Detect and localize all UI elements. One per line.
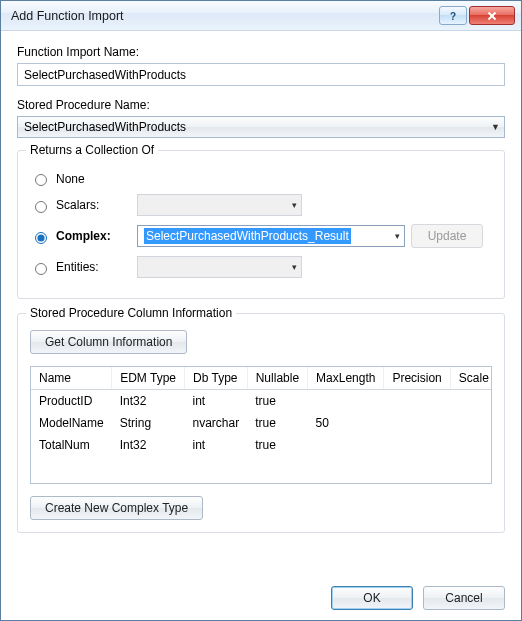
chevron-down-icon: ▾ bbox=[292, 262, 297, 272]
radio-scalars[interactable] bbox=[35, 201, 47, 213]
entities-combo[interactable]: ▾ bbox=[137, 256, 302, 278]
help-icon: ? bbox=[447, 10, 459, 22]
function-import-name-label: Function Import Name: bbox=[17, 45, 505, 59]
chevron-down-icon: ▼ bbox=[491, 122, 500, 132]
cell-precision bbox=[384, 390, 450, 413]
cell-edm: Int32 bbox=[112, 390, 185, 413]
stored-procedure-name-value: SelectPurchasedWithProducts bbox=[24, 120, 186, 134]
cell-nullable: true bbox=[247, 412, 307, 434]
column-info-group: Stored Procedure Column Information Get … bbox=[17, 313, 505, 533]
function-import-name-input[interactable] bbox=[17, 63, 505, 86]
header-name[interactable]: Name bbox=[31, 367, 112, 390]
columns-grid[interactable]: Name EDM Type Db Type Nullable MaxLength… bbox=[30, 366, 492, 484]
cell-precision bbox=[384, 434, 450, 456]
cell-nullable: true bbox=[247, 390, 307, 413]
table-row[interactable]: ProductIDInt32inttrue bbox=[31, 390, 492, 413]
cell-name: ProductID bbox=[31, 390, 112, 413]
stored-procedure-name-block: Stored Procedure Name: SelectPurchasedWi… bbox=[17, 98, 505, 138]
cell-maxlen: 50 bbox=[308, 412, 384, 434]
table-row[interactable]: TotalNumInt32inttrue bbox=[31, 434, 492, 456]
cell-scale bbox=[450, 390, 492, 413]
column-info-title: Stored Procedure Column Information bbox=[26, 306, 236, 320]
cell-db: int bbox=[185, 390, 248, 413]
cell-db: int bbox=[185, 434, 248, 456]
cell-edm: Int32 bbox=[112, 434, 185, 456]
chevron-down-icon: ▾ bbox=[395, 231, 400, 241]
cell-name: ModelName bbox=[31, 412, 112, 434]
cell-scale bbox=[450, 412, 492, 434]
radio-entities[interactable] bbox=[35, 263, 47, 275]
chevron-down-icon: ▾ bbox=[292, 200, 297, 210]
complex-combo-value: SelectPurchasedWithProducts_Result bbox=[144, 228, 351, 244]
cell-maxlen bbox=[308, 390, 384, 413]
radio-none-label: None bbox=[56, 172, 131, 186]
radio-entities-label: Entities: bbox=[56, 260, 131, 274]
cell-scale bbox=[450, 434, 492, 456]
dialog-button-row: OK Cancel bbox=[17, 578, 505, 610]
cell-edm: String bbox=[112, 412, 185, 434]
stored-procedure-name-label: Stored Procedure Name: bbox=[17, 98, 505, 112]
dialog-window: Add Function Import ? Function Import Na… bbox=[0, 0, 522, 621]
returns-collection-title: Returns a Collection Of bbox=[26, 143, 158, 157]
ok-button[interactable]: OK bbox=[331, 586, 413, 610]
header-maxlength[interactable]: MaxLength bbox=[308, 367, 384, 390]
close-icon bbox=[486, 10, 498, 22]
table-header-row: Name EDM Type Db Type Nullable MaxLength… bbox=[31, 367, 492, 390]
help-button[interactable]: ? bbox=[439, 6, 467, 25]
radio-complex-label: Complex: bbox=[56, 229, 131, 243]
create-new-complex-type-button[interactable]: Create New Complex Type bbox=[30, 496, 203, 520]
cell-nullable: true bbox=[247, 434, 307, 456]
radio-scalars-label: Scalars: bbox=[56, 198, 131, 212]
radio-complex[interactable] bbox=[35, 232, 47, 244]
titlebar: Add Function Import ? bbox=[1, 1, 521, 31]
window-close-button[interactable] bbox=[469, 6, 515, 25]
scalars-combo[interactable]: ▾ bbox=[137, 194, 302, 216]
get-column-information-button[interactable]: Get Column Information bbox=[30, 330, 187, 354]
table-row[interactable]: ModelNameStringnvarchartrue50 bbox=[31, 412, 492, 434]
cell-name: TotalNum bbox=[31, 434, 112, 456]
radio-none[interactable] bbox=[35, 174, 47, 186]
cell-db: nvarchar bbox=[185, 412, 248, 434]
columns-table: Name EDM Type Db Type Nullable MaxLength… bbox=[31, 367, 492, 456]
header-scale[interactable]: Scale bbox=[450, 367, 492, 390]
header-edm-type[interactable]: EDM Type bbox=[112, 367, 185, 390]
cancel-button[interactable]: Cancel bbox=[423, 586, 505, 610]
returns-collection-group: Returns a Collection Of None Scalars: ▾ … bbox=[17, 150, 505, 299]
dialog-content: Function Import Name: Stored Procedure N… bbox=[1, 31, 521, 620]
radio-row-entities: Entities: ▾ bbox=[30, 256, 492, 278]
radio-row-complex: Complex: SelectPurchasedWithProducts_Res… bbox=[30, 224, 492, 248]
function-import-name-block: Function Import Name: bbox=[17, 45, 505, 86]
cell-maxlen bbox=[308, 434, 384, 456]
svg-text:?: ? bbox=[450, 10, 456, 21]
update-button[interactable]: Update bbox=[411, 224, 483, 248]
complex-combo[interactable]: SelectPurchasedWithProducts_Result ▾ bbox=[137, 225, 405, 247]
radio-row-scalars: Scalars: ▾ bbox=[30, 194, 492, 216]
header-db-type[interactable]: Db Type bbox=[185, 367, 248, 390]
radio-row-none: None bbox=[30, 171, 492, 186]
cell-precision bbox=[384, 412, 450, 434]
stored-procedure-name-combo[interactable]: SelectPurchasedWithProducts ▼ bbox=[17, 116, 505, 138]
header-nullable[interactable]: Nullable bbox=[247, 367, 307, 390]
header-precision[interactable]: Precision bbox=[384, 367, 450, 390]
window-title: Add Function Import bbox=[11, 9, 437, 23]
